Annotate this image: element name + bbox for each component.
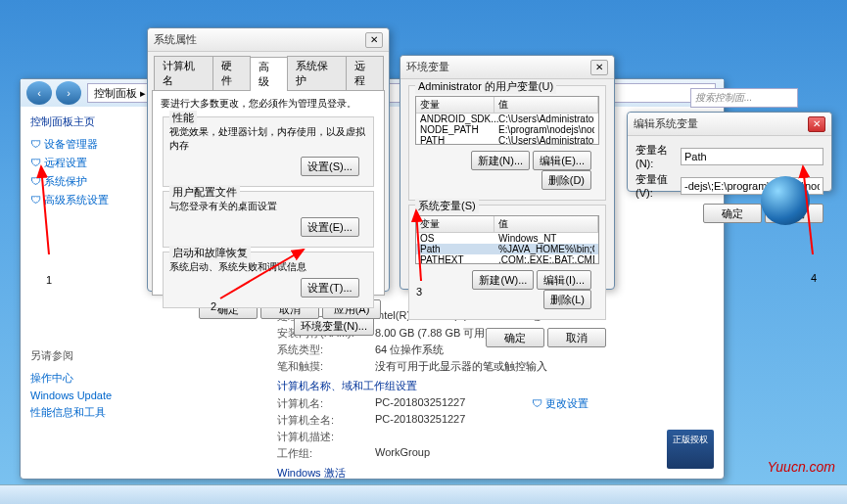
sidebar-item-advanced[interactable]: 🛡 高级系统设置	[30, 191, 128, 209]
change-settings-link[interactable]: 🛡 更改设置	[532, 396, 588, 411]
tab-computer-name[interactable]: 计算机名	[154, 56, 213, 90]
edit-ok-button[interactable]: 确定	[703, 204, 762, 223]
tab-hardware[interactable]: 硬件	[212, 56, 251, 90]
link-perfinfo[interactable]: 性能信息和工具	[30, 403, 128, 422]
close-icon[interactable]: ✕	[590, 60, 608, 75]
env-vars-dialog: 环境变量✕ Administrator 的用户变量(U) 变量值 ANDROID…	[400, 55, 615, 290]
edit-var-dialog: 编辑系统变量✕ 变量名(N): 变量值(V): 确定 取消	[627, 112, 832, 192]
link-actioncenter[interactable]: 操作中心	[30, 369, 128, 388]
perf-settings-button[interactable]: 设置(S)...	[301, 157, 359, 176]
annotation-3: 3	[416, 286, 422, 298]
user-edit-button[interactable]: 编辑(E)...	[533, 151, 591, 170]
control-panel-sidebar: 控制面板主页 🛡 设备管理器 🛡 远程设置 🛡 系统保护 🛡 高级系统设置 另请…	[21, 107, 138, 479]
search-input[interactable]: 搜索控制面...	[690, 88, 798, 108]
nav-back[interactable]: ‹	[26, 81, 52, 105]
sys-new-button[interactable]: 新建(W)...	[472, 270, 534, 290]
env-cancel-button[interactable]: 取消	[547, 328, 606, 347]
see-also-title: 另请参阅	[30, 346, 128, 365]
close-icon[interactable]: ✕	[365, 32, 383, 48]
user-new-button[interactable]: 新建(N)...	[471, 151, 530, 170]
env-ok-button[interactable]: 确定	[486, 328, 544, 347]
sidebar-item-sysprotect[interactable]: 🛡 系统保护	[30, 172, 128, 191]
tabs: 计算机名 硬件 高级 系统保护 远程	[148, 52, 389, 90]
genuine-badge: 正版授权	[667, 430, 714, 469]
user-del-button[interactable]: 删除(D)	[541, 170, 591, 190]
link-winupdate[interactable]: Windows Update	[30, 388, 128, 403]
tab-remote[interactable]: 远程	[346, 56, 384, 90]
annotation-4: 4	[811, 272, 817, 284]
taskbar[interactable]	[0, 484, 847, 504]
windows-orb-icon	[761, 176, 810, 225]
annotation-1: 1	[46, 274, 52, 286]
sys-del-button[interactable]: 删除(L)	[543, 290, 591, 309]
annotation-2: 2	[211, 300, 216, 312]
sidebar-item-remote[interactable]: 🛡 远程设置	[30, 154, 128, 172]
close-icon[interactable]: ✕	[808, 116, 825, 132]
user-vars-list[interactable]: 变量值 ANDROID_SDK...C:\Users\Administrator…	[415, 96, 599, 145]
tab-sysprotect[interactable]: 系统保护	[287, 56, 347, 90]
sys-edit-button[interactable]: 编辑(I)...	[537, 270, 591, 290]
startup-settings-button[interactable]: 设置(T)...	[301, 278, 359, 298]
sidebar-title: 控制面板主页	[30, 113, 128, 131]
watermark: Yuucn.com	[767, 459, 835, 475]
var-name-input[interactable]	[681, 148, 823, 165]
system-properties-dialog: 系统属性✕ 计算机名 硬件 高级 系统保护 远程 要进行大多数更改，您必须作为管…	[147, 27, 390, 292]
profiles-settings-button[interactable]: 设置(E)...	[301, 217, 359, 237]
tab-advanced[interactable]: 高级	[250, 57, 288, 91]
sidebar-item-devmgr[interactable]: 🛡 设备管理器	[30, 135, 128, 154]
nav-fwd[interactable]: ›	[56, 81, 81, 105]
env-vars-button[interactable]: 环境变量(N)...	[294, 316, 374, 336]
sys-vars-list[interactable]: 变量值 OSWindows_NT Path%JAVA_HOME%\bin;C:\…	[415, 215, 599, 264]
